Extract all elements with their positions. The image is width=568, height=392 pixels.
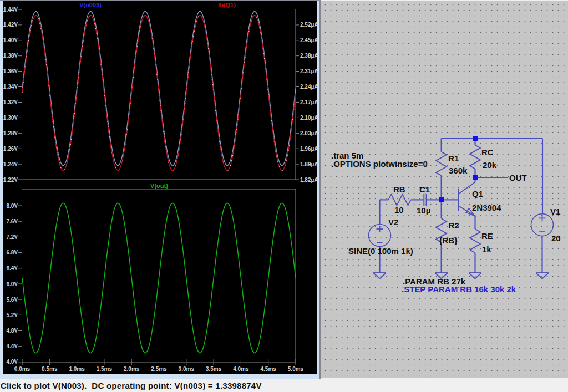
svg-text:20k: 20k [483,160,497,170]
svg-text:{RB}: {RB} [439,236,458,245]
svg-text:2.24µA: 2.24µA [300,84,318,90]
svg-text:Ib(Q1): Ib(Q1) [218,2,236,8]
svg-text:2.52µA: 2.52µA [300,22,318,28]
svg-text:7.6V: 7.6V [6,218,18,225]
svg-text:0.5ms: 0.5ms [42,366,58,372]
svg-text:10: 10 [394,205,404,215]
svg-text:20: 20 [551,233,561,243]
svg-text:Q1: Q1 [472,189,483,198]
svg-text:2.45µA: 2.45µA [300,37,318,43]
svg-text:1.42V: 1.42V [3,22,18,28]
svg-text:V1: V1 [550,207,560,216]
svg-text:2.38µA: 2.38µA [300,53,318,59]
svg-text:0.0ms: 0.0ms [14,366,31,372]
svg-text:R2: R2 [449,221,459,230]
svg-text:1.36V: 1.36V [3,68,18,74]
svg-text:1.30V: 1.30V [3,115,18,121]
svg-text:1k: 1k [482,245,491,254]
svg-text:1.40V: 1.40V [3,37,18,43]
svg-text:1.38V: 1.38V [3,53,18,59]
svg-text:4.4V: 4.4V [6,343,18,349]
svg-text:8.0V: 8.0V [6,203,18,209]
svg-text:1.24V: 1.24V [3,161,18,167]
svg-text:360k: 360k [449,166,468,175]
svg-text:1.34V: 1.34V [3,84,18,90]
svg-text:2N3904: 2N3904 [472,203,501,212]
svg-text:RE: RE [481,231,493,241]
svg-text:R1: R1 [448,154,459,163]
svg-text:V(n003): V(n003) [79,2,102,8]
svg-text:RC: RC [481,147,494,157]
svg-text:1.0ms: 1.0ms [69,366,85,372]
svg-text:1.26V: 1.26V [3,146,18,152]
svg-text:2.17µA: 2.17µA [300,99,318,105]
svg-text:2.31µA: 2.31µA [300,68,318,74]
svg-text:V(out): V(out) [150,182,168,189]
svg-text:1.82µA: 1.82µA [300,177,318,183]
svg-text:6.8V: 6.8V [6,250,18,256]
svg-text:V2: V2 [388,217,398,227]
svg-text:2.03µA: 2.03µA [300,130,318,136]
svg-text:1.32V: 1.32V [3,99,18,105]
svg-text:RB: RB [393,185,405,194]
svg-text:3.0ms: 3.0ms [179,366,195,372]
svg-text:6.0V: 6.0V [6,281,18,287]
svg-text:Click to plot V(N003). DC ope: Click to plot V(N003). DC operating poin… [1,381,262,390]
svg-text:3.5ms: 3.5ms [206,366,222,372]
svg-text:.OPTIONS plotwinsize=0: .OPTIONS plotwinsize=0 [331,159,428,169]
svg-text:.STEP PARAM RB 16k 30k 2k: .STEP PARAM RB 16k 30k 2k [402,284,516,294]
svg-text:2.5ms: 2.5ms [151,366,167,372]
svg-text:7.2V: 7.2V [6,234,18,240]
svg-text:C1: C1 [419,185,430,194]
svg-text:5.6V: 5.6V [6,297,18,303]
svg-text:5.2V: 5.2V [6,312,18,318]
svg-text:SINE(0 100m 1k): SINE(0 100m 1k) [348,246,413,256]
svg-text:1.96µA: 1.96µA [300,146,318,152]
svg-text:4.5ms: 4.5ms [261,366,277,372]
svg-text:4.0V: 4.0V [6,359,18,365]
svg-text:4.8V: 4.8V [6,328,18,334]
svg-text:OUT: OUT [509,173,527,182]
svg-text:1.28V: 1.28V [3,130,18,136]
svg-text:10µ: 10µ [417,206,430,215]
svg-text:2.10µA: 2.10µA [300,115,318,121]
svg-text:2.0ms: 2.0ms [124,366,140,372]
svg-text:1.5ms: 1.5ms [97,366,113,372]
svg-text:4.0ms: 4.0ms [233,366,249,372]
svg-text:1.89µA: 1.89µA [300,161,318,167]
svg-text:1.22V: 1.22V [3,177,18,183]
svg-text:5.0ms: 5.0ms [288,366,304,372]
svg-text:6.4V: 6.4V [6,265,18,271]
svg-text:1.44V: 1.44V [3,7,18,13]
